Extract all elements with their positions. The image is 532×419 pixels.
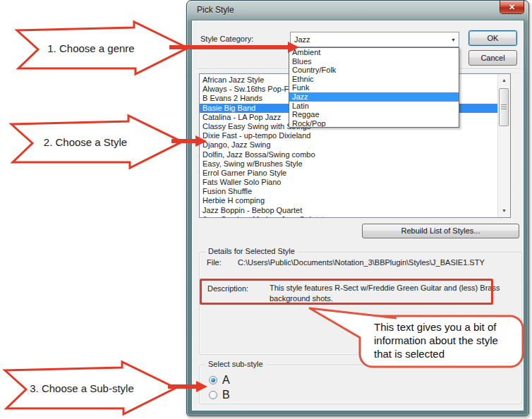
annotation-step2-text: 2. Choose a Style xyxy=(32,115,138,169)
style-list-item[interactable]: Easy, Swing w/Brushes Style xyxy=(200,159,497,169)
cancel-button[interactable]: Cancel xyxy=(468,50,517,66)
window-title: Pick Style xyxy=(197,5,234,15)
callout-line: information about the style xyxy=(374,334,519,347)
annotation-arrow-style: 2. Choose a Style xyxy=(8,115,185,169)
file-label: File: xyxy=(207,258,222,267)
style-list-item[interactable]: Fusion Shuffle xyxy=(200,187,497,196)
category-option[interactable]: Ethnic xyxy=(289,75,459,84)
style-list-item[interactable]: Dolfin, Jazz Bossa/Swing combo xyxy=(200,150,497,159)
connector-arrow-3-icon xyxy=(168,381,209,392)
scroll-down-icon[interactable]: ▼ xyxy=(499,205,509,217)
details-group-title: Details for Selected Style xyxy=(205,247,298,255)
connector-arrow-2-icon xyxy=(171,135,208,147)
connector-arrow-1-icon xyxy=(169,42,301,53)
scroll-up-icon[interactable]: ▲ xyxy=(499,75,509,86)
style-category-combobox[interactable]: Jazz ▼ xyxy=(290,32,459,47)
category-option[interactable]: Ambient xyxy=(289,48,459,57)
category-option[interactable]: Country/Folk xyxy=(289,66,459,75)
style-list-item[interactable]: Django, Jazz Swing xyxy=(200,140,497,150)
substyle-radio-a[interactable]: A xyxy=(209,374,230,387)
style-list-item[interactable]: Fats Waller Solo Piano xyxy=(200,178,497,187)
category-option[interactable]: Reggae xyxy=(289,110,459,119)
radio-a-label: A xyxy=(222,374,230,387)
style-category-dropdown-list[interactable]: AmbientBluesCountry/FolkEthnicFunkJazzLa… xyxy=(289,47,459,128)
callout-line: This text gives you a bit of xyxy=(374,320,519,334)
style-list-item[interactable]: Errol Garner Piano Style xyxy=(200,169,497,178)
rebuild-list-button[interactable]: Rebuild List of Styles... xyxy=(362,224,519,238)
category-option[interactable]: Rock/Pop xyxy=(289,119,459,128)
callout-text: This text gives you a bit of information… xyxy=(374,320,519,360)
ok-button[interactable]: OK xyxy=(468,30,517,46)
annotation-step1-text: 1. Choose a genre xyxy=(38,21,144,75)
annotation-arrow-substyle: 3. Choose a Sub-style xyxy=(2,361,179,415)
radio-a-icon[interactable] xyxy=(209,376,217,384)
category-option[interactable]: Funk xyxy=(289,83,459,92)
category-option[interactable]: Latin xyxy=(289,102,459,111)
radio-b-icon[interactable] xyxy=(209,391,217,399)
style-list-item[interactable]: Herbie H comping xyxy=(200,196,497,205)
style-list-item[interactable]: Dixie Fast - up-tempo Dixieland xyxy=(200,131,497,140)
style-list-item[interactable]: Jazz Combo - Modern Jazz Quintet xyxy=(200,215,497,218)
substyle-group-title: Select sub-style xyxy=(205,360,266,368)
category-option[interactable]: Jazz xyxy=(289,92,459,102)
radio-b-label: B xyxy=(222,389,230,401)
style-list-scrollbar[interactable]: ▲ ▼ xyxy=(497,74,510,217)
chevron-down-icon[interactable]: ▼ xyxy=(451,37,456,42)
callout-line: that is selected xyxy=(374,347,519,360)
annotation-arrow-genre: 1. Choose a genre xyxy=(14,21,191,75)
annotation-step3-text: 3. Choose a Sub-style xyxy=(22,361,142,415)
scrollbar-thumb[interactable] xyxy=(499,88,509,126)
category-option[interactable]: Blues xyxy=(289,57,459,66)
close-icon[interactable]: ✕ xyxy=(500,1,524,14)
style-list-item[interactable]: Jazz Boppin - Bebop Quartet xyxy=(200,206,497,215)
substyle-radio-b[interactable]: B xyxy=(209,389,230,401)
file-path: C:\Users\Public\Documents\Notation_3\BBP… xyxy=(238,258,485,267)
thumb-grip xyxy=(501,104,507,110)
